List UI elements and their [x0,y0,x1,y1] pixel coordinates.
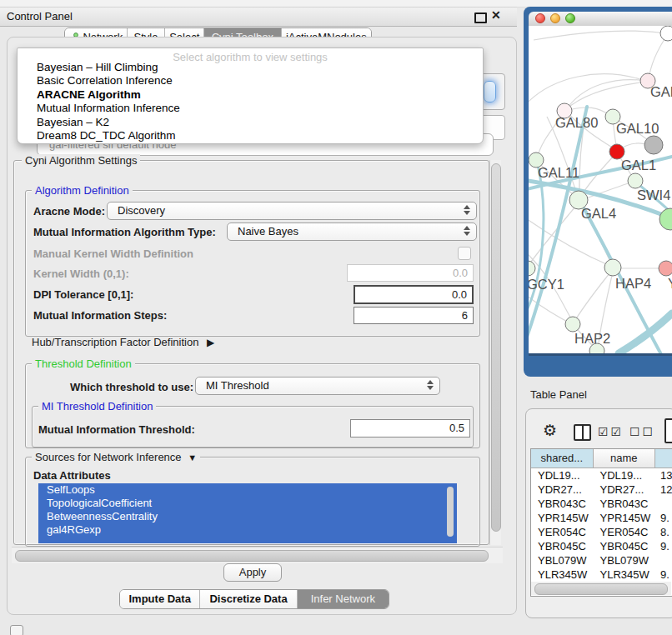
table-row[interactable]: YBL079W YBL079W [531,553,672,568]
cell: YDR27... [594,482,656,497]
panel-grip-icon[interactable] [10,625,23,635]
mi-type-select[interactable]: Naive Bayes [227,222,477,241]
deselect-all-checkboxes-icon[interactable]: ☐☐ [629,425,655,438]
node-label: HAP4 [615,276,651,291]
node-gcy1[interactable] [529,261,535,276]
tab-infer-network[interactable]: Infer Network [298,590,389,608]
stepper-icon[interactable] [427,380,434,390]
node[interactable] [659,208,672,230]
collapsed-arrow-icon[interactable]: ▶ [207,337,214,348]
settings-horizontal-scrollbar-thumb[interactable] [15,550,489,562]
dpi-tolerance-input[interactable]: 0.0 [354,285,474,304]
table-horizontal-scrollbar-thumb[interactable] [534,583,668,595]
settings-vertical-scrollbar-thumb[interactable] [491,163,501,532]
settings-vertical-scrollbar[interactable] [489,160,501,545]
apply-button[interactable]: Apply [223,563,282,582]
table-row[interactable]: YER054C YER054C 8. [531,525,672,539]
close-panel-icon[interactable]: ✕ [491,8,501,22]
data-attributes-list[interactable]: SelfLoops TopologicalCoefficient Between… [38,483,457,543]
mi-type-label: Mutual Information Algorithm Type: [33,226,216,238]
minimize-window-icon[interactable] [550,13,560,23]
sources-group-toggle[interactable]: Sources for Network Inference ▼ [32,451,200,463]
mi-steps-input[interactable]: 6 [354,307,474,324]
mi-threshold-input[interactable]: 0.5 [350,419,470,438]
table-horizontal-scrollbar[interactable] [531,582,671,595]
dropdown-item[interactable]: Bayesian – K2 [20,116,480,129]
cell: YDL19... [594,468,656,482]
settings-horizontal-scrollbar[interactable] [12,547,503,563]
focused-combo-stepper[interactable] [484,81,496,102]
aracne-mode-label: Aracne Mode: [33,205,105,218]
mi-steps-label: Mutual Information Steps: [33,309,167,322]
cell: YER054C [531,525,594,539]
hub-section-toggle[interactable]: Hub/Transcription Factor Definition ▶ [32,336,214,348]
control-panel-header: Control Panel ✕ [0,7,517,27]
node-label: SWI4 [637,188,670,202]
mi-threshold-label: Mutual Information Threshold: [38,423,195,436]
list-item[interactable]: gal4RGexp [38,523,457,537]
kernel-width-input[interactable]: 0.0 [347,264,474,282]
column-header-partial[interactable] [655,449,672,468]
stepper-icon[interactable] [464,205,470,215]
table-row[interactable]: YLR345W YLR345W 9. [531,568,672,582]
which-threshold-select[interactable]: MI Threshold [195,377,440,395]
table-panel-title: Table Panel [530,388,587,401]
table-row[interactable]: YDR27... YDR27... 12 [531,482,672,497]
list-item[interactable]: SelfLoops [38,483,457,497]
dropdown-item[interactable]: Mutual Information Inference [20,102,480,115]
node-hap2[interactable] [565,317,580,332]
table-row[interactable]: YBR045C YBR045C 9. [531,539,672,553]
table-row[interactable]: YPR145W YPR145W 9. [531,511,672,525]
columns-icon[interactable] [574,424,591,441]
dropdown-item[interactable]: Dream8 DC_TDC Algorithm [20,129,480,142]
cell [655,497,672,511]
node[interactable] [644,136,663,154]
tab-discretize-data[interactable]: Discretize Data [200,590,297,608]
node-label: GAL4 [581,206,616,221]
tab-impute-data[interactable]: Impute Data [120,590,200,608]
document-icon[interactable] [664,418,672,443]
column-header-shared-name[interactable]: shared... [531,449,594,468]
algorithm-dropdown: Select algorithm to view settings Bayesi… [17,48,484,144]
node-table: shared... name YDL19... YDL19... 13 YDR2… [530,448,672,597]
dropdown-item[interactable]: Basic Correlation Inference [20,74,480,88]
node-label: GAL [650,84,672,99]
table-row[interactable]: YBR043C YBR043C [531,497,672,511]
column-header-name[interactable]: name [594,449,656,468]
list-item[interactable]: BetweennessCentrality [38,510,457,523]
cell: 9. [655,511,672,525]
dropdown-item-selected[interactable]: ARACNE Algorithm [20,88,480,102]
node-hap4[interactable] [604,259,621,276]
zoom-window-icon[interactable] [565,13,575,23]
manual-kernel-checkbox[interactable] [458,247,471,260]
cell: 9. [655,539,672,553]
table-row[interactable]: YDL19... YDL19... 13 [531,468,672,482]
dpi-tolerance-label: DPI Tolerance [0,1]: [33,288,133,301]
list-scrollbar[interactable] [447,487,454,537]
table-rows: YDL19... YDL19... 13 YDR27... YDR27... 1… [531,468,672,596]
close-window-icon[interactable] [535,13,545,23]
gear-icon[interactable]: ⚙ [543,421,557,440]
sources-group-title: Sources for Network Inference [35,451,182,463]
manual-kernel-label: Manual Kernel Width Definition [33,248,193,260]
bottom-tabbar: Impute Data Discretize Data Infer Networ… [119,589,389,609]
aracne-mode-select[interactable]: Discovery [107,202,477,220]
algorithm-definition-title: Algorithm Definition [32,184,133,197]
node-swi4[interactable] [628,173,643,188]
cell: YBL079W [531,553,594,568]
expanded-arrow-icon[interactable]: ▼ [188,452,197,462]
cell: YPR145W [594,511,656,525]
cell [655,553,672,568]
kernel-width-label: Kernel Width (0,1): [33,268,129,280]
node-label: Y [668,276,672,291]
list-item[interactable]: TopologicalCoefficient [38,497,457,510]
node[interactable] [659,261,672,276]
node-label: GAL80 [555,115,598,130]
select-all-checkboxes-icon[interactable]: ☑☑ [598,425,624,438]
stepper-icon[interactable] [464,226,470,236]
node[interactable] [660,26,672,41]
float-panel-icon[interactable] [474,12,487,23]
network-window-titlebar[interactable] [529,12,672,27]
dropdown-item[interactable]: Bayesian – Hill Climbing [20,61,480,74]
which-threshold-label: Which threshold to use: [70,381,193,393]
